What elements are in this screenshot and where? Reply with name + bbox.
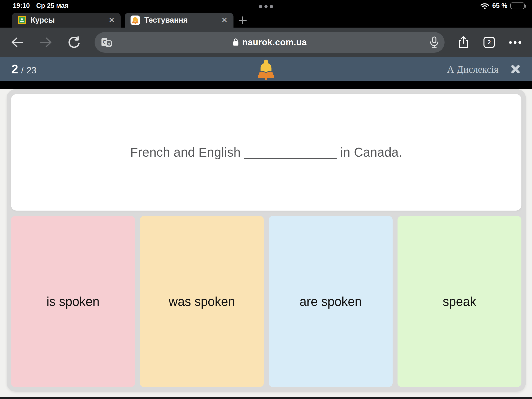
url-text[interactable]: naurok.com.ua [242,37,307,48]
status-bar: 19:10 Ср 25 мая 65 % [0,0,532,10]
tab-testuvannya[interactable]: Тестування ✕ [125,13,233,28]
status-time-date: 19:10 Ср 25 мая [7,0,68,10]
quiz-panel: French and English _____________ in Cana… [7,89,526,392]
battery-percent-label: 65 % [492,2,507,10]
bottom-edge-strip [0,397,532,399]
google-classroom-icon [18,16,26,24]
status-indicators: 65 % [480,0,525,10]
voice-search-icon[interactable] [429,36,440,49]
tab-kursy[interactable]: Курсы ✕ [12,13,121,28]
browser-menu-icon[interactable] [509,41,521,44]
tab-count-label: 2 [487,39,491,46]
new-tab-button[interactable] [238,16,247,25]
answers-row: is spoken was spoken are spoken speak [11,216,521,387]
ipad-screen: 19:10 Ср 25 мая 65 % [0,0,532,399]
quiz-header: 2 / 23 А Дислексія [0,57,532,81]
svg-text:文: 文 [107,42,111,46]
answer-card-is-spoken[interactable]: is spoken [11,216,135,387]
question-number: 2 [11,62,18,76]
address-bar[interactable]: G 文 naurok.com.ua [95,32,445,53]
answer-card-was-spoken[interactable]: was spoken [140,216,264,387]
close-tab-icon[interactable]: ✕ [221,17,228,24]
status-time: 19:10 [13,2,30,10]
naurok-bell-icon [131,16,140,25]
dyslexia-mode-button[interactable]: А Дислексія [447,64,499,75]
answer-card-are-spoken[interactable]: are spoken [269,216,393,387]
translate-icon[interactable]: G 文 [100,35,113,49]
close-tab-icon[interactable]: ✕ [109,17,115,24]
question-counter: 2 / 23 [11,62,36,76]
question-card: French and English _____________ in Cana… [11,94,521,211]
status-date: Ср 25 мая [36,2,68,10]
browser-tab-strip: Курсы ✕ Тестування ✕ [0,10,532,28]
reload-button[interactable] [68,36,81,49]
quiz-page: French and English _____________ in Cana… [0,89,532,399]
battery-icon [510,2,525,9]
question-text: French and English _____________ in Cana… [116,145,417,160]
multitask-dots-icon [259,5,273,8]
browser-toolbar: G 文 naurok.com.ua [0,28,532,57]
naurok-logo-bell-icon [255,59,277,80]
wifi-icon [480,2,489,9]
close-quiz-icon[interactable] [510,64,521,74]
lock-icon [232,38,239,47]
tab-title: Курсы [31,16,104,25]
back-button[interactable] [11,37,24,48]
answer-card-speak[interactable]: speak [398,216,521,387]
tab-switcher-button[interactable]: 2 [483,37,495,48]
question-total: 23 [27,65,36,76]
tab-title: Тестування [144,16,217,25]
forward-button[interactable] [39,37,52,48]
share-icon[interactable] [457,35,469,49]
